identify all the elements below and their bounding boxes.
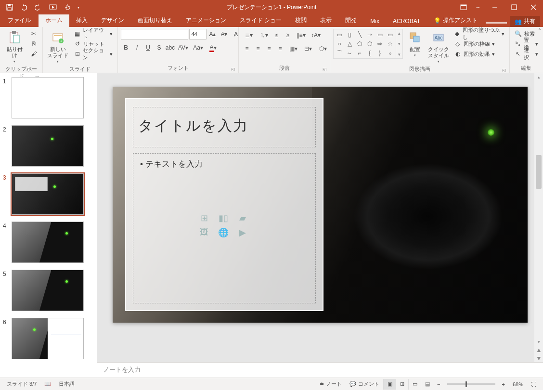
insert-smartart-icon[interactable]: ▰ bbox=[236, 213, 249, 223]
title-placeholder[interactable]: タイトルを入力 bbox=[133, 107, 316, 147]
tab-developer[interactable]: 開発 bbox=[338, 14, 363, 27]
tab-acrobat[interactable]: ACROBAT bbox=[386, 15, 427, 27]
copy-button[interactable]: ⎘ bbox=[28, 39, 39, 49]
zoom-level[interactable]: 68% bbox=[509, 381, 527, 387]
justify-button[interactable]: ≡ bbox=[275, 43, 285, 54]
insert-video-icon[interactable]: ▶ bbox=[236, 227, 249, 238]
tab-design[interactable]: デザイン bbox=[94, 14, 131, 27]
decrease-indent-button[interactable]: ≤ bbox=[272, 30, 282, 40]
cut-button[interactable]: ✂ bbox=[28, 29, 39, 39]
shrink-font-button[interactable]: A▾ bbox=[219, 29, 230, 39]
shapes-gallery[interactable]: ▭▯╲➝▭▭ ○△⬠⬡⇨☆ ⌒～⌐{}⬨ bbox=[334, 29, 396, 58]
italic-button[interactable]: I bbox=[132, 42, 142, 53]
scroll-down[interactable]: ▾ bbox=[534, 338, 543, 346]
increase-indent-button[interactable]: ≥ bbox=[283, 30, 293, 40]
slide-canvas[interactable]: タイトルを入力 テキストを入力 ⊞ ▮▯ ▰ 🖼 🌐 ▶ bbox=[113, 87, 528, 323]
prev-slide-button[interactable]: ⯅ bbox=[534, 347, 543, 354]
arrange-button[interactable]: 配置▾ bbox=[405, 29, 425, 58]
vertical-scrollbar[interactable]: ▴ ▾ ⯅⯆ bbox=[534, 73, 543, 362]
select-button[interactable]: ↖選択 ▾ bbox=[513, 49, 540, 59]
align-text-button[interactable]: ⊟▾ bbox=[301, 43, 315, 54]
scroll-up[interactable]: ▴ bbox=[534, 73, 543, 81]
change-case-button[interactable]: Aa▾ bbox=[191, 42, 206, 53]
notes-toggle[interactable]: ≐ノート bbox=[316, 380, 346, 388]
tab-file[interactable]: ファイル bbox=[0, 14, 39, 27]
ribbon-display-button[interactable] bbox=[456, 0, 471, 14]
align-left-button[interactable]: ≡ bbox=[242, 43, 252, 54]
layout-button[interactable]: ▦レイアウト ▾ bbox=[72, 29, 114, 39]
tab-view[interactable]: 表示 bbox=[313, 14, 338, 27]
normal-view-button[interactable]: ▣ bbox=[383, 379, 396, 390]
share-button[interactable]: 👥共有 bbox=[510, 16, 540, 27]
section-button[interactable]: ⊟セクション ▾ bbox=[72, 49, 114, 59]
insert-chart-icon[interactable]: ▮▯ bbox=[217, 213, 230, 223]
thumbnail-3[interactable]: 3 bbox=[3, 173, 92, 215]
font-name-input[interactable] bbox=[121, 29, 188, 39]
align-center-button[interactable]: ≡ bbox=[253, 43, 263, 54]
format-painter-button[interactable]: 🖌 bbox=[28, 49, 39, 59]
notes-pane[interactable]: ノートを入力 bbox=[97, 362, 543, 378]
thumbnail-5[interactable]: 5 bbox=[3, 270, 92, 311]
tab-animations[interactable]: アニメーション bbox=[179, 14, 233, 27]
font-size-input[interactable] bbox=[189, 29, 207, 39]
language-button[interactable]: 日本語 bbox=[55, 380, 78, 388]
next-slide-button[interactable]: ⯆ bbox=[534, 354, 543, 362]
close-button[interactable] bbox=[524, 0, 543, 14]
slide-indicator[interactable]: スライド 3/7 bbox=[3, 380, 40, 388]
zoom-in-button[interactable]: + bbox=[498, 381, 509, 387]
thumbnail-1[interactable]: 1 bbox=[3, 77, 92, 118]
smartart-button[interactable]: ⬡▾ bbox=[316, 43, 330, 54]
thumbnail-2[interactable]: 2 bbox=[3, 125, 92, 167]
shapes-more[interactable]: ▾ bbox=[396, 51, 402, 58]
insert-online-picture-icon[interactable]: 🌐 bbox=[217, 227, 230, 238]
numbering-button[interactable]: ⒈▾ bbox=[257, 30, 271, 40]
font-launcher[interactable]: ◱ bbox=[231, 67, 235, 72]
shape-fill-button[interactable]: ◆図形の塗りつぶし ▾ bbox=[452, 29, 506, 39]
align-right-button[interactable]: ≡ bbox=[264, 43, 274, 54]
fit-to-window-button[interactable]: ⛶ bbox=[527, 381, 540, 387]
tab-tellme[interactable]: 💡操作アシスト bbox=[427, 14, 484, 27]
spellcheck-button[interactable]: 📖 bbox=[40, 381, 55, 387]
slideshow-view-button[interactable]: ▤ bbox=[421, 379, 433, 390]
insert-picture-icon[interactable]: 🖼 bbox=[197, 227, 211, 238]
redo-button[interactable] bbox=[32, 1, 45, 13]
sync-button[interactable]: ↔ bbox=[471, 0, 485, 14]
shapes-up[interactable]: ▴ bbox=[396, 29, 402, 37]
tab-insert[interactable]: 挿入 bbox=[69, 14, 94, 27]
touch-mode-button[interactable] bbox=[61, 1, 74, 13]
paste-button[interactable]: 貼り付け▾ bbox=[3, 29, 26, 65]
shape-effects-button[interactable]: ◐図形の効果 ▾ bbox=[452, 49, 506, 59]
body-placeholder[interactable]: テキストを入力 ⊞ ▮▯ ▰ 🖼 🌐 ▶ bbox=[133, 153, 316, 303]
paragraph-launcher[interactable]: ◱ bbox=[323, 67, 327, 72]
thumbnail-6[interactable]: 6 bbox=[3, 318, 92, 359]
qat-customize-button[interactable]: ▾ bbox=[75, 1, 82, 13]
shadow-button[interactable]: S bbox=[154, 42, 165, 53]
new-slide-button[interactable]: + 新しい スライド▾ bbox=[46, 29, 70, 65]
thumbnail-4[interactable]: 4 bbox=[3, 222, 92, 263]
save-button[interactable] bbox=[3, 1, 16, 13]
reading-view-button[interactable]: ▭ bbox=[408, 379, 421, 390]
minimize-button[interactable] bbox=[485, 0, 504, 14]
char-spacing-button[interactable]: AV▾ bbox=[176, 42, 191, 53]
shapes-down[interactable]: ▾ bbox=[396, 40, 402, 48]
tab-mix[interactable]: Mix bbox=[363, 15, 386, 27]
font-color-button[interactable]: A▾ bbox=[206, 42, 220, 53]
insert-table-icon[interactable]: ⊞ bbox=[197, 213, 211, 223]
slideshow-start-button[interactable] bbox=[46, 1, 60, 13]
text-direction-button[interactable]: ↕A▾ bbox=[309, 30, 323, 40]
tab-slideshow[interactable]: スライド ショー bbox=[233, 14, 288, 27]
quick-styles-button[interactable]: Abc クイック スタイル▾ bbox=[427, 29, 450, 65]
underline-button[interactable]: U bbox=[143, 42, 154, 53]
bullets-button[interactable]: ≣▾ bbox=[242, 30, 256, 40]
grow-font-button[interactable]: A▴ bbox=[207, 29, 218, 39]
columns-button[interactable]: ▥▾ bbox=[286, 43, 300, 54]
sorter-view-button[interactable]: ⊞ bbox=[396, 379, 408, 390]
tab-transitions[interactable]: 画面切り替え bbox=[131, 14, 179, 27]
user-name[interactable]: ▬▬▬▬ bbox=[486, 19, 507, 25]
line-spacing-button[interactable]: ‖≡▾ bbox=[294, 30, 308, 40]
scroll-thumb[interactable] bbox=[536, 155, 542, 189]
shape-outline-button[interactable]: ◇図形の枠線 ▾ bbox=[452, 39, 506, 49]
tab-review[interactable]: 校閲 bbox=[288, 14, 313, 27]
strike-button[interactable]: abc bbox=[165, 42, 176, 53]
undo-button[interactable] bbox=[17, 1, 31, 13]
